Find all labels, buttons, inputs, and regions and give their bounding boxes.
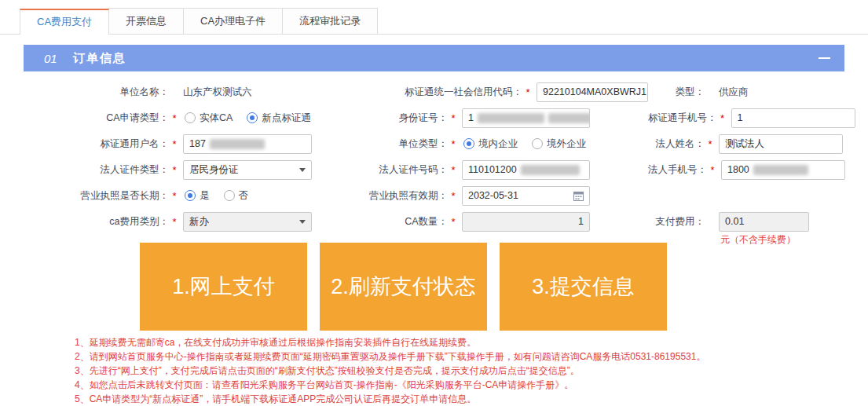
field-label-legal-cert-no: 法人证件号码： <box>312 163 448 177</box>
step-buttons: 1.网上支付 2.刷新支付状态 3.提交信息 <box>140 243 868 331</box>
radio-label: 否 <box>239 189 249 203</box>
radio-entity-ca[interactable]: 实体CA <box>185 112 240 125</box>
note-line: 2、请到网站首页服务中心-操作指南或者延期续费页面“延期密码重置驱动及操作手册下… <box>75 349 868 364</box>
section-header-order-info: 01 订单信息 <box>24 45 844 71</box>
radio-icon <box>247 112 258 123</box>
field-label-ca-apply-type: CA申请类型： <box>35 112 169 125</box>
legal-name-input[interactable]: 测试法人 <box>719 134 843 154</box>
required-asterisk: * <box>170 164 178 176</box>
pay-fee-unit-note: 元（不含手续费） <box>720 233 796 247</box>
required-asterisk: * <box>709 164 716 176</box>
license-expiry-input[interactable]: 2032-05-31 <box>462 186 590 206</box>
redacted-text <box>478 113 544 123</box>
required-asterisk: * <box>449 112 457 124</box>
required-asterisk: * <box>449 216 457 228</box>
collapse-icon[interactable] <box>819 53 830 64</box>
calendar-icon[interactable] <box>573 191 584 201</box>
radio-label: 实体CA <box>200 112 233 125</box>
required-asterisk: * <box>524 86 532 98</box>
radio-label: 新点标证通 <box>262 112 311 125</box>
note-line: 4、如您点击后未跳转支付页面：请查看阳光采购服务平台网站首页-操作指南-《阳光采… <box>75 378 868 392</box>
section-title: 订单信息 <box>73 51 126 66</box>
required-asterisk: * <box>449 138 457 150</box>
bzt-username-input[interactable]: 187 <box>183 134 312 154</box>
field-label-legal-name: 法人姓名： <box>648 137 705 151</box>
order-info-form: 单位名称： 山东产权测试六 标证通统一社会信用代码： * 92210104MA0… <box>0 71 868 232</box>
field-label-bzt-phone: 标证通手机号： <box>648 112 717 125</box>
field-label-type: 类型： <box>648 86 705 99</box>
note-line: 1、延期续费无需邮寄ca，在线支付成功并审核通过后根据操作指南安装插件自行在线延… <box>75 335 868 349</box>
radio-label: 境外企业 <box>547 137 586 151</box>
tab-ca-electronic-files[interactable]: CA办理电子件 <box>183 8 283 34</box>
required-asterisk: * <box>170 112 178 124</box>
chevron-down-icon <box>299 168 306 172</box>
bzt-phone-input[interactable]: 1 <box>731 108 855 128</box>
field-label-bzt-username: 标证通用户名： <box>35 137 169 151</box>
field-label-id-number: 身份证号： <box>312 112 448 125</box>
field-label-legal-cert-type: 法人证件类型： <box>35 163 169 177</box>
radio-longterm-yes[interactable]: 是 <box>185 189 218 203</box>
tab-ca-fee-payment[interactable]: CA费用支付 <box>20 9 109 35</box>
redacted-text <box>753 165 808 175</box>
note-line: 5、CA申请类型为“新点标证通”，请手机端下载标证通APP完成公司认证后再提交订… <box>75 392 868 406</box>
required-asterisk: * <box>170 138 178 150</box>
field-label-ca-count: CA数量： <box>312 215 448 229</box>
radio-icon <box>185 112 196 123</box>
note-line: 3、先进行“网上支付”，支付完成后请点击页面的“刷新支付状态”按钮校验支付是否完… <box>75 364 868 378</box>
field-label-legal-phone: 法人手机号： <box>648 163 707 177</box>
field-label-license-expiry: 营业执照有效期： <box>312 189 448 203</box>
radio-icon <box>224 190 235 201</box>
radio-icon <box>463 138 474 149</box>
tab-invoice-info[interactable]: 开票信息 <box>108 8 184 34</box>
radio-label: 是 <box>200 189 210 203</box>
chevron-down-icon <box>299 220 306 224</box>
radio-foreign-enterprise[interactable]: 境外企业 <box>532 137 594 151</box>
radio-icon <box>185 190 196 201</box>
legal-cert-type-select[interactable]: 居民身份证 <box>183 160 312 180</box>
pay-fee-input[interactable]: 0.01 <box>719 212 809 232</box>
field-label-ca-fee-type: ca费用类别： <box>35 215 169 229</box>
radio-icon <box>532 138 543 149</box>
required-asterisk: * <box>719 112 727 124</box>
tab-approval-record[interactable]: 流程审批记录 <box>282 8 378 34</box>
radio-label: 境内企业 <box>478 137 518 151</box>
redacted-text <box>210 139 265 149</box>
unit-name-value: 山东产权测试六 <box>183 86 252 99</box>
credit-code-input[interactable]: 92210104MA0XBWRJ1 <box>537 82 648 102</box>
legal-cert-no-input[interactable]: 110101200 <box>462 160 590 180</box>
required-asterisk: * <box>706 138 714 150</box>
legal-phone-input[interactable]: 1800 <box>721 160 845 180</box>
field-label-pay-fee: 支付费用： <box>648 215 705 229</box>
field-label-unit-name: 单位名称： <box>35 86 169 99</box>
required-asterisk: * <box>170 190 178 202</box>
id-number-input[interactable]: 1 <box>462 108 590 128</box>
ca-fee-type-select[interactable]: 新办 <box>183 212 312 232</box>
required-asterisk: * <box>170 216 178 228</box>
notes-list: 1、延期续费无需邮寄ca，在线支付成功并审核通过后根据操作指南安装插件自行在线延… <box>75 335 868 406</box>
field-label-license-longterm: 营业执照是否长期： <box>35 189 169 203</box>
required-asterisk: * <box>449 190 457 202</box>
submit-info-button[interactable]: 3.提交信息 <box>500 243 667 331</box>
refresh-pay-status-button[interactable]: 2.刷新支付状态 <box>320 243 487 331</box>
type-value: 供应商 <box>719 86 749 99</box>
radio-xindian-bzt[interactable]: 新点标证通 <box>247 112 319 125</box>
online-pay-button[interactable]: 1.网上支付 <box>140 243 307 331</box>
tab-bar: CA费用支付 开票信息 CA办理电子件 流程审批记录 <box>0 8 868 35</box>
required-asterisk: * <box>449 164 457 176</box>
ca-count-input[interactable]: 1 <box>462 212 590 232</box>
redacted-text <box>521 165 580 175</box>
radio-longterm-no[interactable]: 否 <box>224 189 257 203</box>
field-label-unit-type: 单位类型： <box>312 137 448 151</box>
radio-domestic-enterprise[interactable]: 境内企业 <box>463 137 526 151</box>
redacted-text <box>548 113 590 123</box>
section-number: 01 <box>44 52 57 65</box>
field-label-credit-code: 标证通统一社会信用代码： <box>405 86 522 99</box>
